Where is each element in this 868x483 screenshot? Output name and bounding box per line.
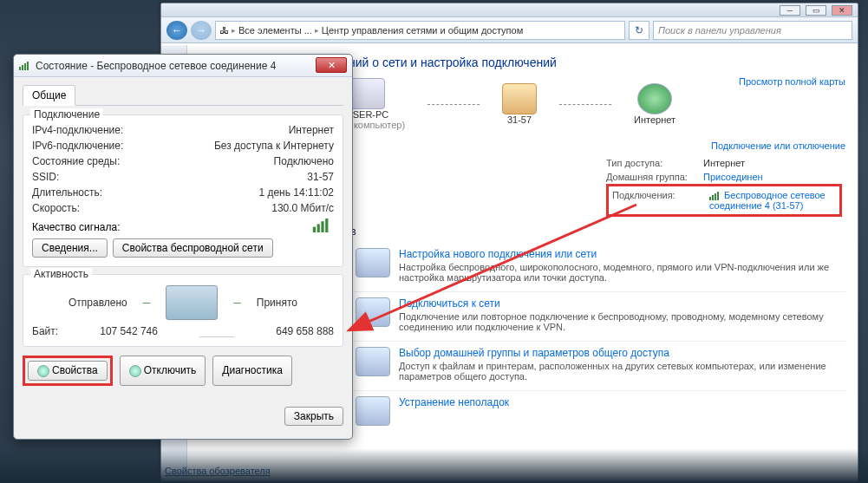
task-desc: Подключение или повторное подключение к …: [399, 311, 845, 332]
maximize-button[interactable]: ▭: [806, 5, 826, 16]
troubleshoot-icon: [356, 396, 390, 426]
bytes-label: Байт:: [32, 325, 58, 337]
access-label: Тип доступа:: [606, 158, 703, 168]
shield-icon: [129, 365, 141, 377]
search-input[interactable]: Поиск в панели управления: [653, 21, 852, 40]
new-conn-icon: [356, 248, 390, 277]
task-title[interactable]: Подключиться к сети: [399, 297, 845, 310]
activity-group: Активность Отправлено ─ ─ Принято Байт: …: [23, 274, 343, 347]
tabs: Общие: [23, 84, 343, 106]
router-icon: [502, 83, 537, 114]
sent-label: Отправлено: [69, 297, 127, 309]
quality-label: Качество сигнала:: [32, 221, 120, 233]
props-highlight: Свойства: [23, 356, 113, 386]
refresh-icon[interactable]: ↻: [629, 21, 649, 40]
chevron-right-icon: ▸: [315, 26, 319, 35]
connection-highlight: Подключения: Беспроводное сетевое соедин…: [606, 184, 842, 217]
ipv4-label: IPv4-подключение:: [32, 124, 123, 136]
task-title[interactable]: Настройка нового подключения или сети: [399, 248, 845, 260]
pc-icon: [350, 78, 385, 109]
speed-label: Скорость:: [32, 202, 80, 214]
breadcrumb[interactable]: 🖧 ▸ Все элементы ... ▸ Центр управления …: [215, 21, 625, 40]
signal-icon: [709, 192, 721, 200]
activity-icon: [166, 285, 218, 320]
conn-link[interactable]: Беспроводное сетевое соединение 4 (31-57…: [709, 190, 848, 211]
node-internet: Интернет: [634, 83, 675, 125]
navbar: ← → 🖧 ▸ Все элементы ... ▸ Центр управле…: [161, 17, 858, 43]
node-label: 31-57: [507, 114, 532, 125]
dialog-title: Состояние - Беспроводное сетевое соедине…: [36, 60, 276, 72]
close-button[interactable]: Закрыть: [284, 407, 343, 426]
homegroup-icon: [356, 347, 390, 376]
details-button[interactable]: Сведения...: [32, 238, 108, 258]
access-value: Интернет: [703, 158, 842, 168]
task-title[interactable]: Выбор домашней группы и параметров общег…: [399, 347, 845, 359]
tab-general[interactable]: Общие: [23, 85, 75, 106]
bytes-recv: 649 658 888: [276, 325, 334, 337]
homegroup-label: Домашняя группа:: [606, 172, 703, 182]
media-value: Подключено: [274, 155, 334, 167]
node-label: Интернет: [634, 114, 675, 125]
connect-icon: [356, 297, 390, 327]
speed-value: 130.0 Мбит/c: [271, 202, 334, 214]
diagnose-button[interactable]: Диагностика: [212, 356, 292, 386]
ipv4-value: Интернет: [289, 124, 334, 136]
ipv6-label: IPv6-подключение:: [32, 140, 123, 152]
globe-icon: [637, 83, 672, 114]
status-dialog: Состояние - Беспроводное сетевое соедине…: [13, 54, 353, 440]
close-button[interactable]: ✕: [832, 5, 852, 16]
cp-icon: 🖧: [219, 25, 229, 36]
wireless-props-button[interactable]: Свойства беспроводной сети: [113, 238, 273, 258]
signal-icon: [19, 62, 31, 70]
connection-group: Подключение IPv4-подключение:Интернет IP…: [23, 114, 343, 267]
chevron-right-icon: ▸: [232, 26, 236, 35]
media-label: Состояние среды:: [32, 155, 120, 167]
signal-icon: [313, 219, 332, 232]
nav-forward-icon[interactable]: →: [191, 21, 212, 40]
conn-label: Подключения:: [612, 190, 709, 211]
dialog-titlebar[interactable]: Состояние - Беспроводное сетевое соедине…: [14, 55, 352, 77]
ipv6-value: Без доступа к Интернету: [214, 140, 334, 152]
shield-icon: [37, 365, 49, 377]
window-chrome: ─ ▭ ✕: [161, 3, 858, 17]
duration-value: 1 день 14:11:02: [258, 186, 334, 199]
search-placeholder: Поиск в панели управления: [658, 25, 781, 36]
task-desc: Настройка беспроводного, широкополосного…: [399, 262, 845, 283]
node-router: 31-57: [502, 83, 537, 125]
recv-label: Принято: [257, 297, 297, 309]
breadcrumb-seg[interactable]: Центр управления сетями и общим доступом: [322, 25, 523, 36]
task-title[interactable]: Устранение неполадок: [399, 396, 845, 408]
nav-back-icon[interactable]: ←: [166, 21, 187, 40]
fullmap-link[interactable]: Просмотр полной карты: [739, 76, 845, 87]
bytes-sent: 107 542 746: [100, 325, 158, 337]
homegroup-link[interactable]: Присоединен: [703, 172, 842, 182]
dialog-close-button[interactable]: ✕: [316, 57, 347, 73]
properties-button[interactable]: Свойства: [28, 361, 108, 381]
onoff-link[interactable]: Подключение или отключение: [711, 140, 845, 151]
link-line: [559, 104, 611, 105]
group-legend: Активность: [30, 268, 92, 280]
disable-button[interactable]: Отключить: [120, 356, 206, 386]
minimize-button[interactable]: ─: [780, 5, 800, 16]
duration-label: Длительность:: [32, 186, 102, 199]
group-legend: Подключение: [30, 108, 103, 121]
task-desc: Доступ к файлам и принтерам, расположенн…: [399, 361, 845, 382]
breadcrumb-seg[interactable]: Все элементы ...: [238, 25, 312, 36]
link-line: [427, 104, 480, 105]
ssid-value: 31-57: [307, 171, 334, 183]
ssid-label: SSID:: [32, 171, 59, 183]
